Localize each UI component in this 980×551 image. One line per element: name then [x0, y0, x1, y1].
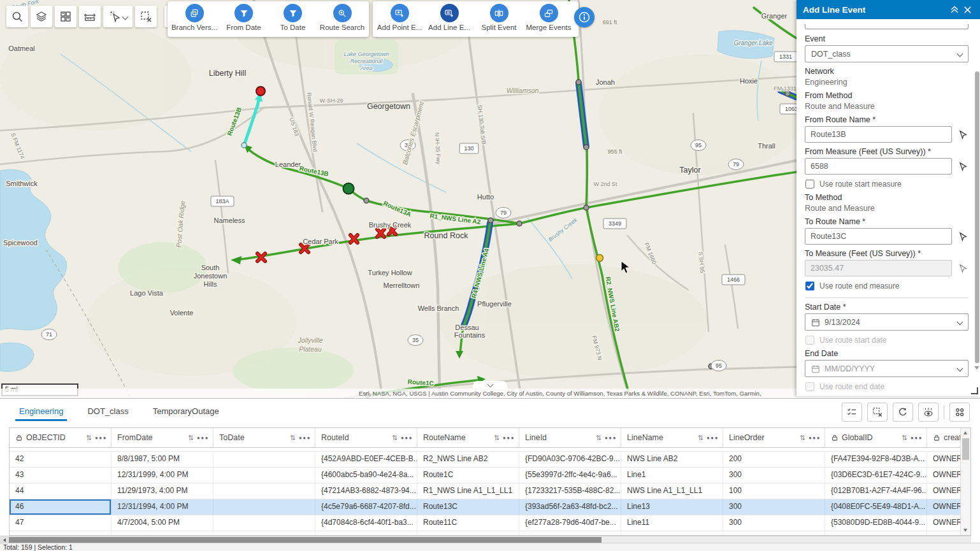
table-cell[interactable]: 12/31/1999, 4:00 PM [112, 468, 213, 483]
table-cell[interactable]: NWS Line A1_L1... [621, 531, 723, 536]
tab-engineering[interactable]: Engineering [19, 406, 63, 419]
table-cell[interactable]: 400 [723, 531, 825, 536]
table-row[interactable]: 428/8/1987, 5:00 PM{452A9ABD-E0EF-4CEB-B… [10, 452, 970, 468]
table-cell[interactable]: {17233217-535B-488C-82... [519, 483, 621, 499]
table-cell[interactable]: 300 [723, 468, 825, 483]
column-header-todate[interactable]: ToDate⇅●●● [213, 428, 315, 447]
table-cell[interactable]: {FD90A03C-9706-42BC-9... [519, 452, 621, 467]
column-menu-icon[interactable]: ●●● [197, 435, 209, 441]
use-route-start-date-checkbox[interactable] [805, 336, 814, 345]
table-row[interactable]: 4612/31/1994, 4:00 PM{4c5e79a6-6687-4207… [10, 499, 970, 515]
sort-icon[interactable]: ⇅ [800, 434, 805, 442]
sort-icon[interactable]: ⇅ [290, 434, 296, 442]
route-search-button[interactable]: Route Search [322, 4, 363, 31]
table-cell[interactable]: 11/29/1973, 4:00 PM [112, 483, 213, 499]
add-point-event-button[interactable]: Add Point E... [379, 4, 420, 31]
start-date-picker[interactable]: 9/13/2024 [805, 313, 969, 331]
column-header-objectid[interactable]: OBJECTID⇅●●● [10, 428, 112, 447]
table-cell[interactable]: Route1C [417, 468, 519, 483]
table-cell[interactable]: Route11C [417, 515, 519, 531]
table-cell[interactable]: 42 [10, 452, 112, 467]
table-row[interactable]: 4411/29/1973, 4:00 PM{47214AB3-6882-4873… [10, 483, 970, 499]
table-cell[interactable]: Line13 [621, 499, 723, 515]
sort-icon[interactable]: ⇅ [392, 434, 398, 442]
table-cell[interactable]: Line11 [621, 515, 723, 531]
add-line-event-button[interactable]: Add Line E... [429, 4, 470, 31]
table-row[interactable]: 4312/31/1999, 4:00 PM{4600abc5-ba90-4e24… [10, 468, 970, 483]
from-route-name-input[interactable] [805, 126, 952, 143]
scroll-down-arrow-icon[interactable] [963, 529, 967, 532]
column-menu-icon[interactable]: ●●● [299, 435, 311, 441]
table-cell[interactable]: 46 [10, 499, 112, 515]
attribution-collapse-tab[interactable] [473, 381, 507, 389]
sort-icon[interactable]: ⇅ [902, 434, 907, 442]
table-cell[interactable]: {012B70B1-A2F7-4A4F-96... [825, 483, 927, 499]
search-tool-button[interactable] [6, 6, 28, 27]
select-tool-button[interactable] [103, 6, 133, 27]
table-cell[interactable]: NWS Line AB2 [621, 452, 723, 467]
pick-to-route-on-map-button[interactable] [957, 231, 969, 242]
pick-to-measure-on-map-button[interactable] [957, 262, 969, 274]
table-cell[interactable]: 300 [723, 499, 825, 515]
event-select[interactable]: DOT_class [805, 45, 969, 62]
to-date-button[interactable]: To Date [273, 4, 313, 31]
tab-temporary-outage[interactable]: TemporaryOutage [153, 406, 219, 419]
table-actions-button[interactable] [949, 403, 970, 422]
table-cell[interactable] [213, 499, 315, 515]
column-menu-icon[interactable]: ●●● [605, 435, 617, 441]
collapse-panel-button[interactable] [948, 3, 961, 16]
show-selection-button[interactable] [842, 403, 862, 422]
to-route-name-input[interactable] [805, 228, 952, 245]
sort-icon[interactable]: ⇅ [86, 434, 92, 442]
table-cell[interactable]: 12/31/1994, 4:00 PM [112, 499, 213, 515]
table-cell[interactable]: {FA47E394-92F8-4D3B-A... [825, 452, 927, 467]
table-cell[interactable] [213, 515, 315, 531]
table-cell[interactable]: {ef277a28-79d6-40d7-be... [519, 515, 621, 531]
column-header-fromdate[interactable]: FromDate⇅●●● [112, 428, 213, 447]
table-cell[interactable]: R2_NWS Line AB2 [417, 452, 519, 467]
column-header-lineorder[interactable]: LineOrder⇅●●● [723, 428, 825, 447]
table-cell[interactable]: {0408E0FC-5E49-48D1-A... [825, 499, 927, 515]
clear-selection-tool-button[interactable] [135, 6, 157, 27]
table-cell[interactable]: 8/8/1987, 5:00 PM [112, 452, 213, 467]
table-cell[interactable]: 4/7/2004, 5:00 PM [112, 515, 213, 531]
toggle-columns-button[interactable] [918, 403, 939, 422]
close-panel-button[interactable] [961, 3, 974, 16]
from-date-button[interactable]: From Date [224, 4, 264, 31]
table-cell[interactable] [213, 468, 315, 483]
column-menu-icon[interactable]: ●●● [401, 435, 413, 441]
split-event-button[interactable]: Split Event [479, 4, 519, 31]
table-cell[interactable]: NWS Line A1_L1_LL1 [621, 483, 723, 499]
table-cell[interactable]: {53080D9D-ED8B-4044-9... [825, 515, 927, 531]
basemap-gallery-button[interactable] [55, 6, 76, 27]
table-cell[interactable]: 43 [10, 468, 112, 483]
table-cell[interactable]: {4600abc5-ba90-4e24-8a... [315, 468, 417, 483]
table-cell[interactable]: 200 [723, 452, 825, 467]
refresh-button[interactable] [893, 403, 913, 422]
table-cell[interactable]: R1_NWS Line A1_L1_LL1 [417, 483, 519, 499]
table-cell[interactable]: 100 [723, 483, 825, 499]
measure-tool-button[interactable] [79, 6, 101, 27]
table-vertical-scrollbar[interactable] [960, 428, 970, 535]
table-cell[interactable]: R1_NWS Line A1_L1... [417, 531, 519, 536]
table-cell[interactable]: {47214AB3-6882-4873-94... [315, 483, 417, 499]
column-menu-icon[interactable]: ●●● [95, 435, 107, 441]
table-cell[interactable]: Route13C [417, 499, 519, 515]
to-measure-input[interactable] [805, 260, 952, 276]
sort-icon[interactable]: ⇅ [698, 434, 703, 442]
table-cell[interactable]: {55e3997d-2ffc-4e4c-9a6... [519, 468, 621, 483]
table-cell[interactable] [213, 531, 315, 536]
table-cell[interactable]: Line1 [621, 468, 723, 483]
merge-events-button[interactable]: Merge Events [528, 4, 569, 31]
table-cell[interactable]: 300 [723, 515, 825, 531]
scroll-down-arrow-icon[interactable] [974, 366, 979, 369]
table-cell[interactable]: 48 [10, 531, 112, 536]
column-header-linename[interactable]: LineName⇅●●● [621, 428, 723, 447]
scroll-up-arrow-icon[interactable] [963, 431, 967, 434]
column-menu-icon[interactable]: ●●● [911, 435, 923, 441]
table-cell[interactable]: {4c5e79a6-6687-4207-8fd... [315, 499, 417, 515]
sort-icon[interactable]: ⇅ [494, 434, 500, 442]
panel-scrollbar[interactable] [974, 24, 979, 368]
column-menu-icon[interactable]: ●●● [809, 435, 821, 441]
table-vscroll-thumb[interactable] [962, 438, 969, 460]
